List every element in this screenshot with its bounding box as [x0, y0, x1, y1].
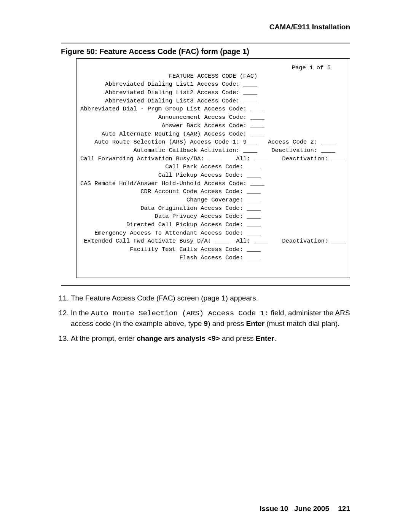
inline-code: Auto Route Selection (ARS) Access Code 1…	[91, 309, 269, 318]
rule-under-figure	[61, 285, 350, 286]
text: .	[274, 334, 276, 342]
step-13: At the prompt, enter change ars analysis…	[71, 334, 350, 343]
fac-line: CDR Account Code Access Code: ____	[80, 188, 346, 196]
step-11: The Feature Access Code (FAC) screen (pa…	[71, 293, 350, 303]
bold-9: 9	[204, 320, 208, 328]
fac-line: CAS Remote Hold/Answer Hold-Unhold Acces…	[80, 180, 346, 188]
bold-enter: Enter	[256, 334, 274, 342]
figure-caption: Figure 50: Feature Access Code (FAC) for…	[61, 47, 350, 56]
bold-command: change ars analysis <9>	[137, 334, 220, 342]
fac-line: Abbreviated Dial - Prgm Group List Acces…	[80, 105, 346, 113]
document-page: CAMA/E911 Installation Figure 50: Featur…	[0, 0, 411, 532]
fac-line: Abbreviated Dialing List1 Access Code: _…	[80, 80, 346, 89]
fac-line: Auto Route Selection (ARS) Access Code 1…	[80, 138, 346, 147]
text: ) and press	[208, 320, 246, 328]
fac-line: Call Park Access Code: ____	[80, 163, 346, 171]
fac-line: Change Coverage: ____	[80, 196, 346, 204]
rule-top	[61, 43, 350, 43]
fac-line: Directed Call Pickup Access Code: ____	[80, 221, 346, 229]
terminal-screenshot: Page 1 of 5FEATURE ACCESS CODE (FAC) Abb…	[76, 58, 350, 278]
fac-line: Extended Call Fwd Activate Busy D/A: ___…	[80, 237, 346, 246]
running-header: CAMA/E911 Installation	[61, 23, 350, 31]
fac-line: Emergency Access To Attendant Access Cod…	[80, 229, 346, 238]
fac-line: Facility Test Calls Access Code: ____	[80, 246, 346, 254]
terminal-page: Page 1 of 5	[80, 64, 346, 72]
fac-line: Flash Access Code: ____	[80, 254, 346, 262]
text: At the prompt, enter	[71, 334, 137, 342]
text: In the	[71, 309, 91, 317]
fac-line: Data Origination Access Code: ____	[80, 204, 346, 213]
fac-line: Call Pickup Access Code: ____	[80, 171, 346, 180]
fac-line: Answer Back Access Code: ____	[80, 122, 346, 130]
terminal-title: FEATURE ACCESS CODE (FAC)	[80, 72, 346, 81]
footer-date: June 2005	[294, 505, 329, 513]
text: (must match dial plan).	[264, 320, 339, 328]
fac-line: Data Privacy Access Code: ____	[80, 212, 346, 221]
bold-enter: Enter	[246, 320, 265, 328]
page-footer: Issue 10 June 2005 121	[260, 505, 350, 513]
fac-line: Auto Alternate Routing (AAR) Access Code…	[80, 130, 346, 139]
instruction-list: The Feature Access Code (FAC) screen (pa…	[61, 293, 350, 344]
fac-line: Announcement Access Code: ____	[80, 113, 346, 122]
text: and press	[220, 334, 256, 342]
footer-page-number: 121	[338, 505, 350, 513]
fac-line: Abbreviated Dialing List3 Access Code: _…	[80, 97, 346, 105]
footer-issue: Issue 10	[260, 505, 288, 513]
fac-line: Automatic Callback Activation: ____ Deac…	[80, 147, 346, 155]
fac-line: Abbreviated Dialing List2 Access Code: _…	[80, 89, 346, 97]
fac-line: Call Forwarding Activation Busy/DA: ____…	[80, 155, 346, 163]
step-12: In the Auto Route Selection (ARS) Access…	[71, 308, 350, 328]
